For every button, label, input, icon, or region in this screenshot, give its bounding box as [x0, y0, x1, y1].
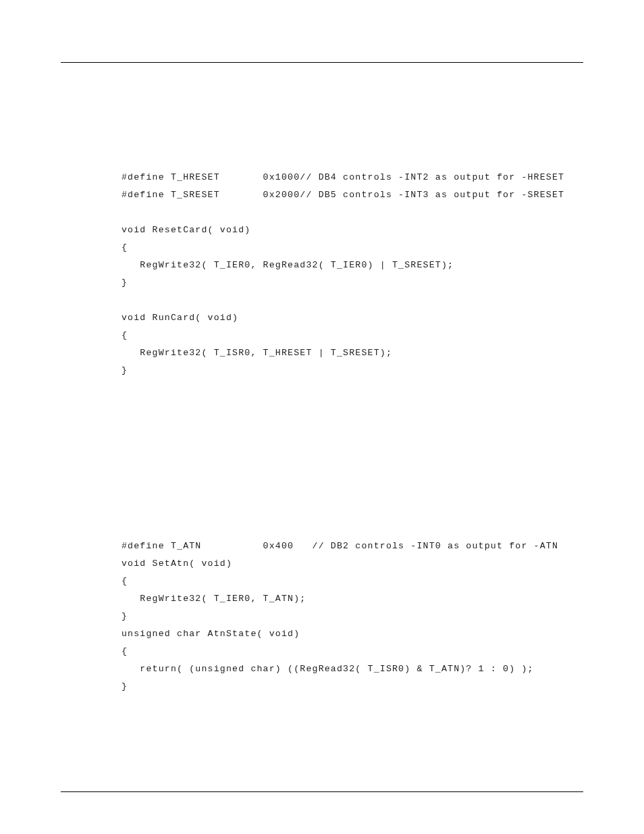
code-line: { [122, 239, 583, 257]
blank-line [122, 520, 583, 538]
code-line: void SetAtn( void) [122, 555, 583, 573]
horizontal-rule-top [61, 62, 583, 63]
blank-line [122, 204, 583, 221]
code-line: #define T_SRESET 0x2000// DB5 controls -… [122, 186, 583, 204]
code-line: { [122, 643, 583, 660]
code-block: #define T_HRESET 0x1000// DB4 controls -… [122, 169, 583, 696]
section-gap [122, 380, 583, 520]
code-line: RegWrite32( T_IER0, RegRead32( T_IER0) |… [122, 257, 583, 274]
code-line: RegWrite32( T_ISR0, T_HRESET | T_SRESET)… [122, 344, 583, 362]
code-line: void RunCard( void) [122, 309, 583, 327]
code-line: #define T_HRESET 0x1000// DB4 controls -… [122, 169, 583, 186]
code-line: } [122, 362, 583, 380]
code-line: #define T_ATN 0x400 // DB2 controls -INT… [122, 538, 583, 555]
code-line: } [122, 608, 583, 625]
code-line: { [122, 327, 583, 344]
blank-line [122, 292, 583, 309]
code-line: void ResetCard( void) [122, 221, 583, 239]
code-line: } [122, 678, 583, 696]
code-line: { [122, 573, 583, 590]
code-line: return( (unsigned char) ((RegRead32( T_I… [122, 660, 583, 678]
code-line: unsigned char AtnState( void) [122, 625, 583, 643]
code-line: RegWrite32( T_IER0, T_ATN); [122, 590, 583, 608]
document-page: #define T_HRESET 0x1000// DB4 controls -… [0, 0, 644, 834]
code-line: } [122, 274, 583, 292]
horizontal-rule-bottom [61, 791, 583, 792]
